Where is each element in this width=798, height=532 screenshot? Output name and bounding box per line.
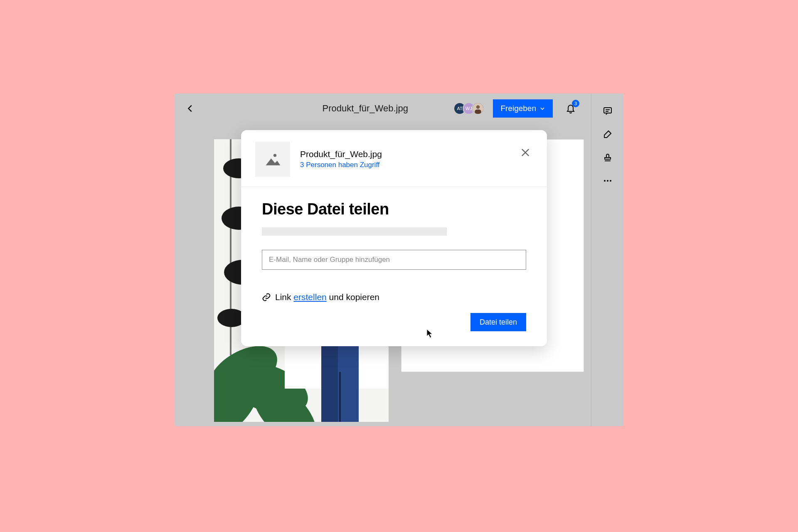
share-button[interactable]: Freigeben: [493, 99, 553, 118]
modal-body: Diese Datei teilen Link erstellen und ko…: [241, 187, 547, 317]
modal-file-info: Produkt_für_Web.jpg 3 Personen haben Zug…: [300, 149, 382, 169]
modal-title: Diese Datei teilen: [262, 200, 526, 218]
back-button[interactable]: [183, 101, 198, 116]
close-icon: [520, 147, 531, 158]
app-window: Produkt_für_Web.jpg AT WJ Freigeben 3: [175, 94, 623, 426]
share-modal: Produkt_für_Web.jpg 3 Personen haben Zug…: [241, 130, 547, 346]
notification-badge: 3: [572, 100, 579, 107]
image-icon: [264, 150, 282, 168]
edit-icon[interactable]: [602, 128, 613, 140]
comments-icon[interactable]: [602, 105, 613, 117]
create-link-row[interactable]: Link erstellen und kopieren: [262, 292, 526, 302]
avatar-stack[interactable]: AT WJ: [457, 102, 484, 115]
topbar: Produkt_für_Web.jpg AT WJ Freigeben 3: [175, 94, 590, 123]
file-title: Produkt_für_Web.jpg: [323, 103, 408, 114]
share-button-label: Freigeben: [500, 104, 536, 113]
svg-point-24: [273, 154, 276, 157]
share-file-button[interactable]: Datei teilen: [470, 313, 526, 331]
chevron-down-icon: [539, 106, 545, 111]
placeholder-bar: [262, 227, 447, 236]
recipient-input[interactable]: [262, 250, 526, 270]
link-icon: [262, 293, 271, 302]
notifications-button[interactable]: 3: [564, 101, 578, 116]
svg-point-5: [476, 105, 480, 109]
close-button[interactable]: [520, 147, 533, 160]
file-thumbnail: [255, 142, 290, 177]
modal-header: Produkt_für_Web.jpg 3 Personen haben Zug…: [241, 130, 547, 187]
avatar: [472, 102, 484, 115]
more-icon[interactable]: [602, 175, 613, 187]
svg-rect-0: [604, 108, 611, 113]
svg-rect-6: [475, 110, 481, 114]
svg-marker-25: [266, 158, 281, 165]
create-link-text: Link erstellen und kopieren: [275, 292, 379, 302]
modal-filename: Produkt_für_Web.jpg: [300, 149, 382, 159]
access-link[interactable]: 3 Personen haben Zugriff: [300, 161, 382, 169]
right-rail: [591, 94, 623, 426]
stamp-icon[interactable]: [602, 152, 613, 163]
create-link-action[interactable]: erstellen: [293, 292, 326, 302]
modal-footer: Datei teilen: [241, 313, 547, 346]
